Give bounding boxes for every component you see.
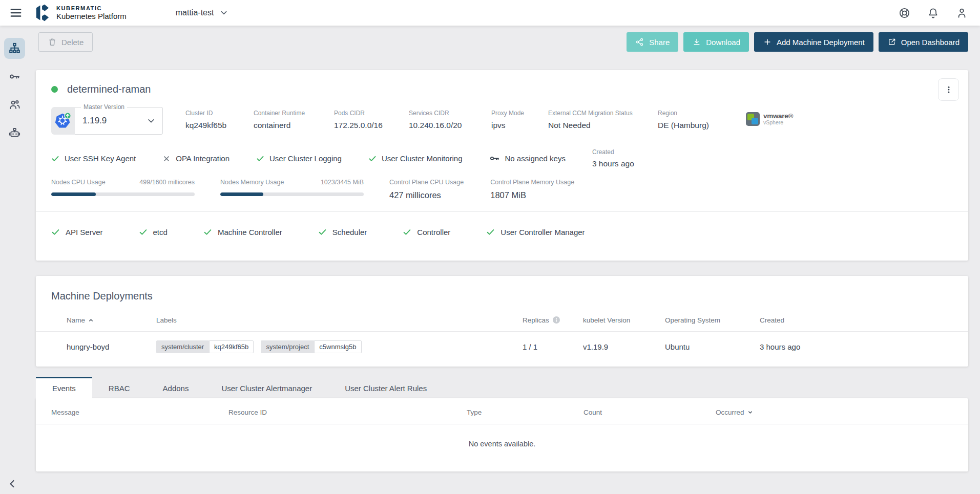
events-header: Message Resource ID Type Count Occurred <box>36 398 968 424</box>
machine-deployments-card: Machine Deployments Name Labels Replicas <box>36 276 968 367</box>
sidebar-item-ssh-keys[interactable] <box>4 66 25 87</box>
column-count: Count <box>583 409 716 416</box>
ssh-keys-status[interactable]: No assigned keys <box>489 153 566 164</box>
brand-line2: Kubernetes Platform <box>56 12 127 20</box>
check-icon <box>368 155 377 163</box>
nodes-memory-usage: Nodes Memory Usage 1023/3445 MiB <box>220 179 364 200</box>
topbar: KUBERMATIC Kubernetes Platform mattia-te… <box>0 0 980 26</box>
md-kubelet-version: v1.19.9 <box>583 342 665 351</box>
info-icon <box>552 316 560 324</box>
check-icon <box>403 228 411 237</box>
open-dashboard-label: Open Dashboard <box>901 38 960 47</box>
members-icon <box>9 99 20 111</box>
delete-label: Delete <box>61 38 84 47</box>
ssh-keys-icon <box>9 71 20 82</box>
tab-user-cluster-alertmanager[interactable]: User Cluster Alertmanager <box>205 377 328 398</box>
column-kubelet-version: kubelet Version <box>583 316 665 324</box>
sidebar-item-clusters[interactable] <box>4 38 25 59</box>
column-name[interactable]: Name <box>67 316 156 324</box>
brand-line1: KUBERMATIC <box>56 5 127 11</box>
project-selector[interactable]: mattia-test <box>176 8 228 17</box>
check-icon <box>486 228 495 237</box>
machine-deployment-row[interactable]: hungry-boyd system/clusterkq249kf65b sys… <box>36 332 968 361</box>
share-label: Share <box>649 38 670 47</box>
events-card: Message Resource ID Type Count Occurred … <box>36 398 968 471</box>
chevron-down-icon <box>147 116 156 125</box>
external-link-icon <box>887 37 896 47</box>
sort-desc-icon <box>747 410 753 415</box>
md-created: 3 hours ago <box>760 342 953 351</box>
sidebar-collapse-button[interactable] <box>6 478 18 490</box>
add-machine-deployment-button[interactable]: Add Machine Deployment <box>754 32 873 52</box>
master-version-value: 1.19.9 <box>82 116 107 126</box>
column-replicas: Replicas <box>523 316 583 324</box>
info-cluster-id: Cluster ID kq249kf65b <box>185 110 239 130</box>
column-created: Created <box>760 316 953 324</box>
cluster-status-dot <box>51 86 58 93</box>
download-label: Download <box>706 38 740 47</box>
share-button[interactable]: Share <box>627 32 678 52</box>
sidebar-item-members[interactable] <box>4 94 25 115</box>
notifications-icon[interactable] <box>927 7 939 19</box>
column-occurred[interactable]: Occurred <box>716 409 953 416</box>
delete-button[interactable]: Delete <box>38 32 93 52</box>
nodes-cpu-usage: Nodes CPU Usage 499/1600 millicores <box>51 179 195 200</box>
menu-icon[interactable] <box>9 6 23 19</box>
check-icon <box>51 228 60 237</box>
provider-product: vSphere <box>763 120 793 125</box>
master-version-select[interactable]: Master Version 1.19.9 <box>51 107 163 135</box>
cross-icon <box>162 155 171 163</box>
health-machine-controller: Machine Controller <box>203 228 282 237</box>
check-icon <box>256 155 264 163</box>
column-labels: Labels <box>156 316 523 324</box>
tab-addons[interactable]: Addons <box>147 377 205 398</box>
toolbar: Delete Share Download <box>36 32 968 52</box>
open-dashboard-button[interactable]: Open Dashboard <box>879 32 968 52</box>
cluster-created: Created 3 hours ago <box>592 148 634 168</box>
brand[interactable]: KUBERMATIC Kubernetes Platform <box>33 4 127 22</box>
sidebar-item-service-accounts[interactable] <box>4 122 25 143</box>
info-pods-cidr: Pods CIDR 172.25.0.0/16 <box>334 110 394 130</box>
download-icon <box>692 37 701 47</box>
events-empty-message: No events available. <box>36 424 968 469</box>
column-type: Type <box>467 409 583 416</box>
tab-rbac[interactable]: RBAC <box>92 377 147 398</box>
clusters-icon <box>9 42 20 54</box>
sort-asc-icon <box>88 317 94 323</box>
column-resource-id: Resource ID <box>228 409 467 416</box>
cluster-actions-menu-button[interactable] <box>938 78 959 101</box>
info-proxy-mode: Proxy Mode ipvs <box>491 110 534 130</box>
service-accounts-icon <box>9 127 20 139</box>
nodes-memory-progressbar <box>220 192 364 196</box>
info-region: Region DE (Hamburg) <box>658 110 719 130</box>
md-labels: system/clusterkq249kf65b system/projectc… <box>156 340 523 353</box>
user-icon[interactable] <box>956 7 968 19</box>
check-icon <box>318 228 327 237</box>
download-button[interactable]: Download <box>683 32 749 52</box>
vsphere-logo <box>746 112 760 126</box>
add-machine-deployment-label: Add Machine Deployment <box>777 38 865 47</box>
provider-name: vmware® <box>763 113 793 120</box>
kubernetes-icon <box>51 107 75 135</box>
share-icon <box>635 37 644 47</box>
tab-user-cluster-alert-rules[interactable]: User Cluster Alert Rules <box>328 377 443 398</box>
master-version-label: Master Version <box>81 103 127 111</box>
provider-logo: vmware® vSphere <box>746 107 793 126</box>
project-name: mattia-test <box>176 8 214 17</box>
kubermatic-logo-icon <box>33 4 52 22</box>
check-icon <box>203 228 212 237</box>
nodes-cpu-progressbar <box>51 192 195 196</box>
health-controller: Controller <box>403 228 450 237</box>
help-icon[interactable] <box>899 7 910 19</box>
feature-opa-integration: OPA Integration <box>162 154 230 163</box>
md-replicas: 1 / 1 <box>523 342 583 351</box>
feature-user-cluster-logging: User Cluster Logging <box>256 154 342 163</box>
health-scheduler: Scheduler <box>318 228 367 237</box>
chevron-down-icon <box>220 9 228 17</box>
tab-events[interactable]: Events <box>36 377 92 398</box>
cluster-card: determined-raman <box>36 70 968 261</box>
info-ccm-migration-status: External CCM Migration Status Not Needed <box>548 110 643 130</box>
column-message: Message <box>51 409 228 416</box>
md-name: hungry-boyd <box>67 342 156 351</box>
chevron-left-icon <box>6 478 18 490</box>
